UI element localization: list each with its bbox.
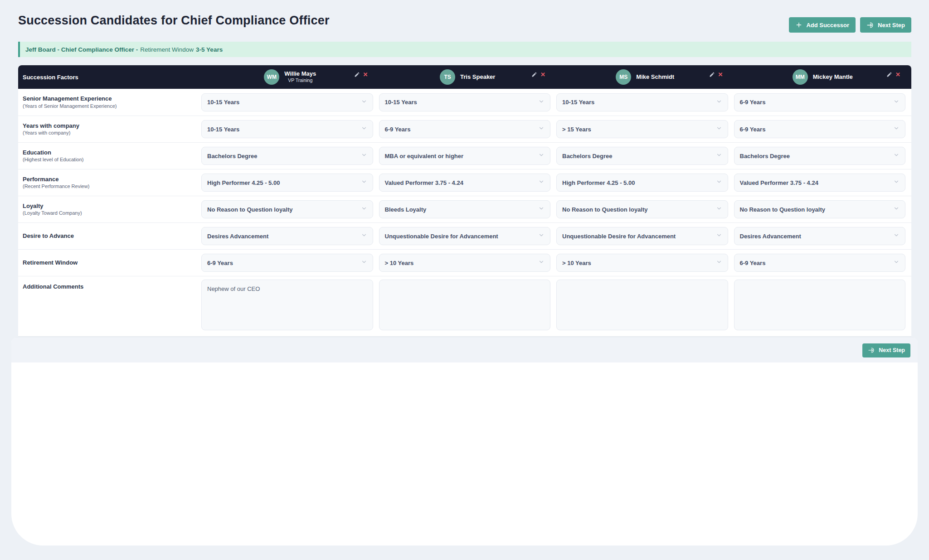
- comments-value-cell: [734, 276, 912, 336]
- factor-select-value: 10-15 Years: [207, 99, 239, 106]
- factor-value-cell: No Reason to Question loyalty: [556, 196, 734, 222]
- candidate-job-title: VP Training: [288, 77, 312, 84]
- edit-candidate-icon[interactable]: [354, 72, 360, 77]
- chevron-down-icon: [538, 152, 545, 160]
- chevron-down-icon: [893, 259, 900, 267]
- edit-candidate-icon[interactable]: [709, 72, 715, 77]
- factor-select-value: No Reason to Question loyalty: [562, 206, 648, 213]
- bottom-action-bar: Next Step: [11, 338, 918, 362]
- factor-select[interactable]: High Performer 4.25 - 5.00: [201, 174, 373, 192]
- comments-textarea[interactable]: [379, 280, 551, 330]
- candidate-header-cell: TS Tris Speaker ✕: [379, 65, 557, 89]
- candidate-text: Mike Schmidt: [636, 73, 674, 81]
- factor-select[interactable]: 10-15 Years: [201, 93, 373, 111]
- factor-select-value: Bachelors Degree: [562, 153, 613, 159]
- candidate-identity: TS Tris Speaker: [440, 69, 495, 85]
- chevron-down-icon: [716, 259, 722, 267]
- comments-textarea[interactable]: Nephew of our CEO: [201, 280, 373, 330]
- factor-select[interactable]: Valued Performer 3.75 - 4.24: [379, 174, 551, 192]
- candidate-text: Willie Mays VP Training: [284, 70, 316, 84]
- incumbent-banner: Jeff Board - Chief Compliance Officer - …: [18, 42, 911, 57]
- factor-select[interactable]: 6-9 Years: [379, 120, 551, 138]
- factor-select[interactable]: Bachelors Degree: [734, 147, 906, 165]
- retirement-window-label: Retirement Window: [140, 46, 194, 53]
- candidate-actions: ✕: [354, 72, 368, 77]
- factor-value-cell: Bachelors Degree: [201, 143, 379, 169]
- chevron-down-icon: [893, 152, 900, 160]
- factor-select-value: Bleeds Loyalty: [385, 206, 427, 213]
- factor-label: Loyalty: [23, 202, 196, 210]
- chevron-down-icon: [361, 152, 367, 160]
- chevron-down-icon: [893, 232, 900, 240]
- chevron-down-icon: [538, 98, 545, 106]
- factor-value-cell: Bleeds Loyalty: [379, 196, 557, 222]
- factor-label: Years with company: [23, 122, 196, 130]
- plus-icon: [795, 21, 803, 29]
- factor-select[interactable]: 10-15 Years: [201, 120, 373, 138]
- factor-select[interactable]: MBA or equivalent or higher: [379, 147, 551, 165]
- factor-label: Education: [23, 149, 196, 157]
- factor-row: Desire to Advance Desires Advancement Un…: [18, 222, 911, 249]
- chevron-down-icon: [716, 98, 722, 106]
- factor-label-cell: Performance (Recent Performance Review): [18, 169, 201, 196]
- factor-select-value: Bachelors Degree: [740, 153, 790, 159]
- factor-select[interactable]: High Performer 4.25 - 5.00: [556, 174, 728, 192]
- factor-select[interactable]: No Reason to Question loyalty: [201, 200, 373, 218]
- factor-select[interactable]: 10-15 Years: [556, 93, 728, 111]
- factor-value-cell: 10-15 Years: [556, 89, 734, 116]
- factor-value-cell: Desires Advancement: [734, 223, 912, 249]
- factor-select[interactable]: Unquestionable Desire for Advancement: [556, 227, 728, 245]
- factor-select[interactable]: Desires Advancement: [201, 227, 373, 245]
- factor-label: Retirement Window: [23, 259, 196, 267]
- candidate-text: Tris Speaker: [460, 73, 495, 81]
- factor-select[interactable]: 6-9 Years: [734, 93, 906, 111]
- edit-candidate-icon[interactable]: [886, 72, 892, 77]
- comments-value-cell: [379, 276, 557, 336]
- factor-select[interactable]: 6-9 Years: [734, 120, 906, 138]
- add-successor-button[interactable]: Add Successor: [789, 17, 856, 33]
- factor-select[interactable]: 10-15 Years: [379, 93, 551, 111]
- factor-select[interactable]: > 15 Years: [556, 120, 728, 138]
- factor-value-cell: > 10 Years: [379, 250, 557, 276]
- comments-value-cell: Nephew of our CEO: [201, 276, 379, 336]
- factor-select[interactable]: Bleeds Loyalty: [379, 200, 551, 218]
- candidate-actions: ✕: [709, 72, 723, 77]
- factor-select[interactable]: 6-9 Years: [734, 254, 906, 272]
- factor-select[interactable]: Bachelors Degree: [201, 147, 373, 165]
- next-step-button-top[interactable]: Next Step: [860, 17, 911, 33]
- factor-label-cell: Desire to Advance: [18, 223, 201, 249]
- factor-select[interactable]: No Reason to Question loyalty: [556, 200, 728, 218]
- factor-select[interactable]: Unquestionable Desire for Advancement: [379, 227, 551, 245]
- factor-select-value: 10-15 Years: [385, 99, 417, 106]
- factor-label-cell: Education (Highest level of Education): [18, 143, 201, 169]
- candidate-text: Mickey Mantle: [813, 73, 853, 81]
- factor-select[interactable]: Bachelors Degree: [556, 147, 728, 165]
- next-step-button-bottom[interactable]: Next Step: [862, 343, 910, 357]
- chevron-down-icon: [538, 205, 545, 213]
- comments-textarea[interactable]: [734, 280, 906, 330]
- chevron-down-icon: [361, 232, 367, 240]
- factor-value-cell: Valued Performer 3.75 - 4.24: [734, 169, 912, 196]
- comments-textarea[interactable]: [556, 280, 728, 330]
- factor-select[interactable]: > 10 Years: [556, 254, 728, 272]
- chevron-down-icon: [893, 205, 900, 213]
- chevron-down-icon: [716, 152, 722, 160]
- factor-value-cell: High Performer 4.25 - 5.00: [201, 169, 379, 196]
- avatar: MM: [793, 69, 808, 85]
- factor-select-value: > 10 Years: [385, 260, 414, 266]
- factor-value-cell: > 15 Years: [556, 116, 734, 142]
- edit-candidate-icon[interactable]: [531, 72, 537, 77]
- factor-select[interactable]: Desires Advancement: [734, 227, 906, 245]
- chevron-down-icon: [716, 125, 722, 133]
- factor-select[interactable]: Valued Performer 3.75 - 4.24: [734, 174, 906, 192]
- factor-select[interactable]: 6-9 Years: [201, 254, 373, 272]
- factor-value-cell: > 10 Years: [556, 250, 734, 276]
- factor-select-value: MBA or equivalent or higher: [385, 153, 464, 159]
- factor-select[interactable]: No Reason to Question loyalty: [734, 200, 906, 218]
- factor-select[interactable]: > 10 Years: [379, 254, 551, 272]
- chevron-down-icon: [716, 179, 722, 187]
- comments-row: Additional Comments Nephew of our CEO: [18, 276, 911, 337]
- chevron-down-icon: [893, 179, 900, 187]
- add-successor-label: Add Successor: [806, 22, 849, 29]
- factor-label-cell: Loyalty (Loyalty Toward Company): [18, 196, 201, 222]
